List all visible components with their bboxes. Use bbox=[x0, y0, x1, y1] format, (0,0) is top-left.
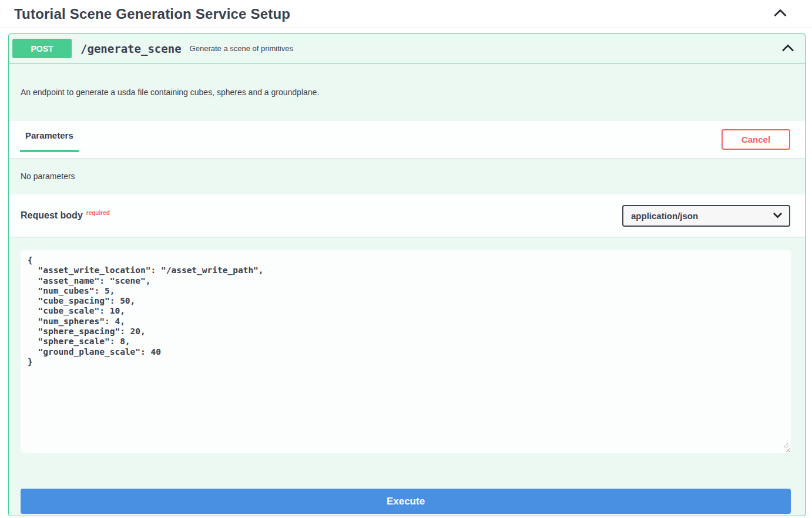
request-body-editor: { "asset_write_location": "/asset_write_… bbox=[9, 237, 805, 514]
media-type-select[interactable]: application/json bbox=[622, 205, 790, 227]
request-body-header-bar: Request bodyrequired application/json bbox=[9, 194, 805, 237]
opblock-post-generate-scene: POST /generate_scene Generate a scene of… bbox=[8, 33, 806, 516]
endpoint-summary: Generate a scene of primitives bbox=[190, 44, 293, 53]
endpoint-path: /generate_scene bbox=[80, 42, 182, 55]
chevron-up-icon bbox=[773, 8, 787, 19]
no-parameters-message: No parameters bbox=[9, 158, 805, 194]
section-header: Tutorial Scene Generation Service Setup bbox=[0, 0, 812, 28]
endpoint-description: An endpoint to generate a usda file cont… bbox=[9, 63, 805, 121]
required-flag: required bbox=[86, 210, 110, 216]
operation-collapse-button[interactable] bbox=[781, 43, 794, 54]
parameters-header-bar: Parameters Cancel bbox=[9, 121, 805, 158]
request-body-textarea[interactable]: { "asset_write_location": "/asset_write_… bbox=[21, 250, 791, 453]
request-body-textarea-wrap: { "asset_write_location": "/asset_write_… bbox=[21, 250, 791, 453]
tab-parameters[interactable]: Parameters bbox=[20, 121, 79, 152]
section-collapse-button[interactable] bbox=[773, 8, 787, 19]
execute-button[interactable]: Execute bbox=[21, 489, 791, 514]
chevron-up-icon bbox=[781, 43, 794, 54]
request-body-label-group: Request bodyrequired bbox=[21, 210, 110, 221]
request-body-label: Request body bbox=[21, 210, 83, 220]
execute-row: Execute bbox=[21, 489, 791, 514]
method-badge: POST bbox=[12, 39, 72, 58]
opblock-summary[interactable]: POST /generate_scene Generate a scene of… bbox=[9, 34, 805, 63]
page-title: Tutorial Scene Generation Service Setup bbox=[14, 6, 290, 22]
cancel-button[interactable]: Cancel bbox=[722, 129, 790, 150]
media-type-select-wrap: application/json bbox=[622, 205, 790, 227]
